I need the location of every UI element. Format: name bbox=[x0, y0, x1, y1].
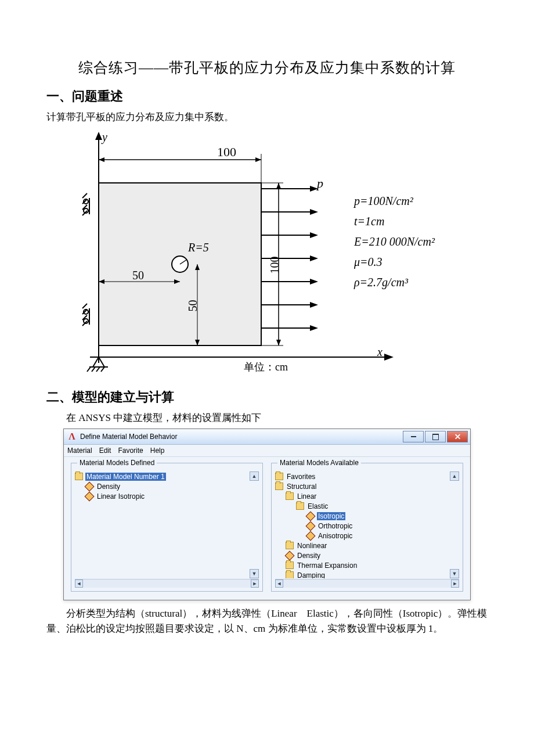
tree-row[interactable]: Structural bbox=[275, 481, 450, 491]
menu-bar: Material Edit Favorite Help bbox=[64, 445, 470, 457]
page-title: 综合练习——带孔平板的应力分布及应力集中系数的计算 bbox=[46, 58, 488, 77]
available-tree[interactable]: FavoritesStructuralLinearElasticIsotropi… bbox=[275, 471, 459, 588]
tree-row[interactable]: Favorites bbox=[275, 471, 450, 481]
plate-diagram bbox=[64, 131, 470, 375]
menu-material[interactable]: Material bbox=[67, 447, 92, 455]
folder-icon bbox=[286, 571, 294, 579]
tree-row[interactable]: Nonlinear bbox=[275, 541, 450, 550]
scroll-right-button[interactable]: ► bbox=[251, 579, 259, 588]
dim-50w: 50 bbox=[132, 269, 144, 282]
property-icon bbox=[306, 532, 315, 540]
folder-icon bbox=[296, 502, 304, 510]
section2-heading: 二、模型的建立与计算 bbox=[46, 388, 488, 406]
property-icon bbox=[286, 552, 294, 560]
density-label: Density bbox=[96, 483, 121, 491]
axis-x-label: x bbox=[377, 345, 383, 359]
scroll-left-button[interactable]: ◄ bbox=[275, 579, 283, 588]
tree-item-label: Anisotropic bbox=[317, 532, 353, 540]
scroll-up-button[interactable]: ▲ bbox=[250, 471, 259, 481]
unit-label: 单位：cm bbox=[244, 360, 288, 374]
param-E: E=210 000N/cm² bbox=[354, 235, 435, 249]
tree-item-label: Elastic bbox=[306, 502, 329, 510]
tree-row[interactable]: Thermal Expansion bbox=[275, 560, 450, 570]
folder-icon bbox=[286, 492, 294, 501]
svg-marker-27 bbox=[310, 302, 318, 308]
defined-tree[interactable]: Material Model Number 1 Density Linear I… bbox=[75, 471, 259, 588]
tree-row[interactable]: Anisotropic bbox=[275, 531, 450, 541]
property-icon bbox=[85, 492, 93, 501]
svg-marker-23 bbox=[310, 209, 318, 215]
svg-marker-28 bbox=[310, 325, 318, 331]
scroll-down-button[interactable]: ▼ bbox=[450, 569, 459, 578]
tree-item-label: Nonlinear bbox=[296, 542, 328, 550]
tree-row[interactable]: Linear Isotropic bbox=[75, 491, 250, 501]
tree-item-label: Linear bbox=[296, 492, 317, 501]
tree-row[interactable]: Damping bbox=[275, 570, 450, 578]
tree-item-label: Thermal Expansion bbox=[296, 561, 358, 570]
h-scrollbar[interactable]: ◄ ► bbox=[75, 579, 259, 588]
property-icon bbox=[306, 512, 315, 520]
folder-icon bbox=[275, 483, 283, 491]
scroll-down-button[interactable]: ▼ bbox=[250, 569, 259, 578]
tree-row[interactable]: Elastic bbox=[275, 501, 450, 511]
material-model-number-label: Material Model Number 1 bbox=[85, 473, 166, 481]
scroll-left-button[interactable]: ◄ bbox=[75, 579, 83, 588]
dim-100h: 100 bbox=[268, 256, 282, 273]
menu-favorite[interactable]: Favorite bbox=[118, 447, 143, 455]
radius-label: R=5 bbox=[188, 241, 209, 254]
ansys-window: Λ Define Material Model Behavior Materia… bbox=[63, 429, 471, 600]
tree-row[interactable]: Linear bbox=[275, 491, 450, 501]
param-mu: μ=0.3 bbox=[354, 255, 383, 269]
load-p-label: p bbox=[317, 176, 323, 191]
svg-line-32 bbox=[82, 193, 87, 198]
menu-edit[interactable]: Edit bbox=[99, 447, 111, 455]
dim-100w: 100 bbox=[217, 145, 236, 160]
tree-item-label: Density bbox=[296, 552, 322, 560]
menu-help[interactable]: Help bbox=[150, 447, 165, 455]
available-legend: Material Models Available bbox=[277, 459, 361, 467]
tree-item-label: Favorites bbox=[286, 473, 316, 481]
linear-isotropic-label: Linear Isotropic bbox=[96, 492, 146, 501]
diagram-figure: y x 100 50 50 100 R=5 p 单位：cm p=100N/cm²… bbox=[46, 131, 488, 377]
tree-item-label: Orthotropic bbox=[317, 522, 353, 530]
tree-item-label: Damping bbox=[296, 571, 326, 579]
available-panel: Material Models Available FavoritesStruc… bbox=[271, 463, 463, 592]
scroll-right-button[interactable]: ► bbox=[451, 579, 459, 588]
folder-icon bbox=[286, 542, 294, 550]
scroll-up-button[interactable]: ▲ bbox=[450, 471, 459, 481]
svg-line-48 bbox=[101, 367, 104, 372]
tree-item-label: Structural bbox=[286, 483, 317, 491]
svg-line-45 bbox=[87, 367, 91, 372]
param-p: p=100N/cm² bbox=[354, 195, 413, 208]
minimize-button[interactable] bbox=[403, 431, 424, 442]
tree-row[interactable]: Isotropic bbox=[275, 511, 450, 521]
window-titlebar[interactable]: Λ Define Material Model Behavior bbox=[64, 429, 470, 445]
defined-panel: Material Models Defined Material Model N… bbox=[71, 463, 263, 592]
tree-row[interactable]: Density bbox=[275, 550, 450, 560]
page: 综合练习——带孔平板的应力分布及应力集中系数的计算 一、问题重述 计算带孔平板的… bbox=[0, 0, 534, 756]
param-t: t=1cm bbox=[354, 215, 384, 228]
section1-heading: 一、问题重述 bbox=[46, 88, 488, 105]
property-icon bbox=[85, 483, 93, 491]
folder-icon bbox=[286, 561, 294, 570]
folder-icon bbox=[75, 473, 83, 481]
maximize-button[interactable] bbox=[425, 431, 446, 442]
h-scrollbar[interactable]: ◄ ► bbox=[275, 579, 459, 588]
section2-paragraph: 分析类型为结构（structural），材料为线弹性（Linear Elasti… bbox=[46, 606, 488, 636]
svg-marker-3 bbox=[384, 354, 394, 361]
svg-line-39 bbox=[82, 304, 87, 308]
tree-row[interactable]: Density bbox=[75, 481, 250, 491]
tree-row[interactable]: Material Model Number 1 bbox=[75, 471, 250, 481]
svg-marker-1 bbox=[95, 132, 102, 140]
window-title: Define Material Model Behavior bbox=[80, 433, 402, 441]
axis-y-label: y bbox=[102, 131, 107, 144]
section2-intro: 在 ANSYS 中建立模型，材料的设置属性如下 bbox=[46, 411, 488, 426]
svg-marker-25 bbox=[310, 255, 318, 261]
svg-marker-24 bbox=[310, 232, 318, 238]
tree-row[interactable]: Orthotropic bbox=[275, 521, 450, 531]
svg-line-47 bbox=[96, 367, 100, 372]
folder-icon bbox=[275, 473, 283, 481]
property-icon bbox=[306, 522, 315, 530]
section1-body: 计算带孔平板的应力分布及应力集中系数。 bbox=[46, 110, 488, 125]
close-button[interactable] bbox=[447, 431, 468, 442]
